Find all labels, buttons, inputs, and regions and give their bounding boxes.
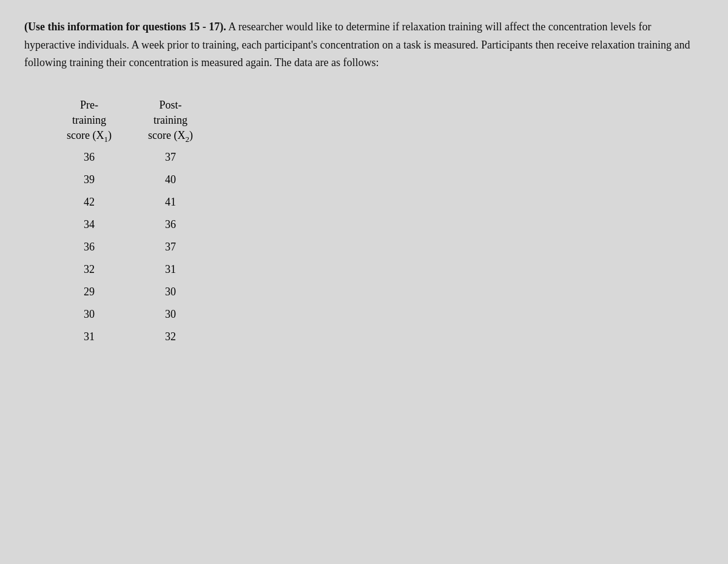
pre-training-value: 32 — [49, 258, 130, 281]
post-training-value: 30 — [130, 281, 211, 303]
pre-training-value: 36 — [49, 146, 130, 169]
table-row: 3231 — [49, 258, 211, 281]
table-row: 3436 — [49, 213, 211, 236]
table-row: 2930 — [49, 281, 211, 303]
table-row: 3132 — [49, 326, 211, 348]
post-training-value: 30 — [130, 303, 211, 326]
data-table-container: Pre- training score (X1) Post- training … — [49, 96, 704, 348]
pre-training-value: 31 — [49, 326, 130, 348]
post-training-value: 32 — [130, 326, 211, 348]
post-training-value: 40 — [130, 169, 211, 191]
col1-header: Pre- training score (X1) — [49, 96, 130, 146]
table-header-row: Pre- training score (X1) Post- training … — [49, 96, 211, 146]
pre-training-value: 30 — [49, 303, 130, 326]
table-row: 4241 — [49, 191, 211, 213]
bold-intro: (Use this information for questions 15 -… — [24, 21, 226, 33]
table-row: 3940 — [49, 169, 211, 191]
intro-paragraph: (Use this information for questions 15 -… — [24, 18, 704, 72]
table-body: 363739404241343636373231293030303132 — [49, 146, 211, 348]
table-row: 3637 — [49, 236, 211, 258]
post-training-value: 41 — [130, 191, 211, 213]
pre-training-value: 39 — [49, 169, 130, 191]
data-table: Pre- training score (X1) Post- training … — [49, 96, 211, 348]
post-training-value: 31 — [130, 258, 211, 281]
pre-training-value: 36 — [49, 236, 130, 258]
post-training-value: 36 — [130, 213, 211, 236]
pre-training-value: 29 — [49, 281, 130, 303]
table-row: 3030 — [49, 303, 211, 326]
pre-training-value: 42 — [49, 191, 130, 213]
table-row: 3637 — [49, 146, 211, 169]
post-training-value: 37 — [130, 236, 211, 258]
col2-header: Post- training score (X2) — [130, 96, 211, 146]
post-training-value: 37 — [130, 146, 211, 169]
pre-training-value: 34 — [49, 213, 130, 236]
